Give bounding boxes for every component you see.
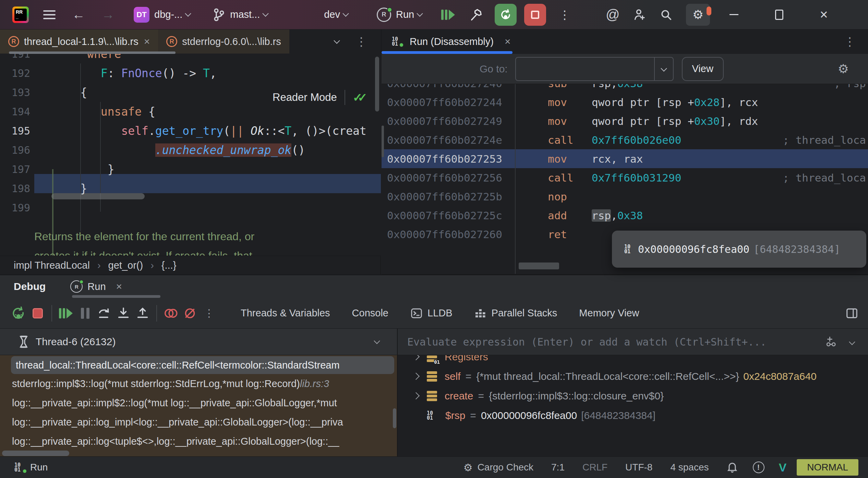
reader-mode-widget[interactable]: Reader Mode ✓✓ — [273, 90, 367, 105]
more-actions-button[interactable]: ⋮ — [555, 8, 574, 22]
tab-threads-variables[interactable]: Threads & Variables — [241, 307, 330, 319]
variable-row-self[interactable]: self = {*mut thread_local::ThreadLocal<c… — [398, 366, 868, 386]
close-button[interactable]: × — [814, 7, 833, 22]
frames-vertical-scrollbar[interactable] — [393, 408, 396, 428]
close-icon[interactable]: × — [505, 36, 511, 47]
view-breakpoints-button[interactable] — [161, 306, 180, 320]
close-icon[interactable]: × — [144, 36, 150, 47]
run-configuration-selector[interactable]: R Run — [377, 8, 422, 22]
gear-icon: ⚙ — [692, 8, 703, 22]
status-run-label[interactable]: Run — [30, 462, 48, 473]
search-everywhere-button[interactable] — [656, 8, 676, 21]
tab-options-icon[interactable]: ⋮ — [355, 35, 367, 48]
project-name: dbg-... — [154, 9, 182, 20]
chevron-right-icon[interactable] — [412, 392, 420, 399]
add-watch-icon[interactable] — [825, 336, 837, 348]
tab-console[interactable]: Console — [352, 307, 388, 319]
step-over-button[interactable] — [95, 306, 114, 320]
error-indicator-icon[interactable]: ! — [753, 462, 764, 473]
resume-button[interactable] — [56, 308, 75, 318]
disasm-row[interactable]: 0x00007ff60b02725b nop — [382, 187, 868, 206]
disasm-left-scrollbar[interactable] — [382, 126, 384, 157]
disassembly-settings-button[interactable]: ⚙ — [838, 62, 849, 76]
stack-frame[interactable]: log::__private_api::log_impl<log::__priv… — [0, 412, 397, 432]
tab-list-chevron-icon[interactable] — [334, 37, 340, 44]
project-widget[interactable]: DT dbg-... — [134, 7, 190, 23]
build-button[interactable] — [467, 8, 486, 22]
gear-icon[interactable]: ⚙ — [463, 462, 473, 474]
frames-horizontal-scrollbar[interactable] — [2, 451, 69, 456]
view-button[interactable]: View — [682, 57, 724, 81]
rerun-debug-button[interactable] — [495, 4, 517, 26]
step-out-button[interactable] — [133, 306, 152, 320]
tab-memory-view[interactable]: Memory View — [579, 307, 639, 319]
notifications-bell-icon[interactable] — [726, 461, 738, 474]
thread-selector[interactable]: Thread-6 (26132) — [0, 329, 397, 355]
breadcrumb-item[interactable]: impl ThreadLocal — [14, 260, 90, 271]
tab-lldb[interactable]: LLDB — [410, 307, 453, 319]
resume-program-button[interactable] — [438, 10, 458, 20]
variable-icon — [427, 370, 438, 383]
vim-mode-badge[interactable]: NORMAL — [797, 459, 858, 476]
main-menu-button[interactable] — [43, 8, 56, 22]
goto-address-combobox[interactable] — [515, 57, 674, 81]
disasm-row-selected[interactable]: 0x00007ff60b027253 movrcx, rax — [382, 149, 868, 168]
profile-selector[interactable]: dev — [319, 9, 348, 20]
restart-icon — [499, 8, 512, 21]
variable-row-rsp[interactable]: 1001 $rsp = 0x00000096fc8fea00 [64848238… — [398, 406, 868, 425]
code-with-me-button[interactable] — [630, 8, 649, 22]
disasm-row[interactable]: 0x00007ff60b02725c addrsp, 0x38 — [382, 206, 868, 225]
tab-stderrlog-lib-rs[interactable]: R stderrlog-0.6.0\...\lib.rs — [158, 30, 289, 54]
stack-frames-list[interactable]: thread_local::ThreadLocal<core::cell::Re… — [0, 355, 397, 456]
search-icon — [660, 8, 673, 21]
vcs-widget[interactable]: mast... — [213, 8, 268, 22]
chevron-right-icon[interactable] — [412, 373, 420, 380]
stack-frame[interactable]: log::__private_api::impl$2::log(*mut log… — [0, 393, 397, 412]
stop-debug-button[interactable] — [28, 308, 47, 318]
ai-assistant-button[interactable]: @ — [603, 7, 622, 22]
disasm-row[interactable]: 0x00007ff60b027244 movqword ptr [rsp + 0… — [382, 93, 868, 112]
stack-frame[interactable]: stderrlog::impl$3::log(*mut stderrlog::S… — [0, 374, 397, 393]
run-toolwindow-icon[interactable]: 1001 — [14, 463, 27, 472]
rerun-button[interactable] — [9, 306, 28, 320]
disasm-row[interactable]: 0x00007ff60b027256 call0x7ff60b031290; t… — [382, 168, 868, 187]
stack-frame-selected[interactable]: thread_local::ThreadLocal<core::cell::Re… — [11, 356, 394, 374]
debug-tab-run[interactable]: R Run × — [70, 275, 122, 298]
tab-title: Run — [87, 281, 106, 292]
status-encoding[interactable]: UTF-8 — [625, 462, 652, 473]
disasm-row[interactable]: 0x00007ff60b027249 movqword ptr [rsp + 0… — [382, 112, 868, 130]
tab-parallel-stacks[interactable]: Parallel Stacks — [474, 307, 557, 319]
maximize-button[interactable] — [770, 10, 789, 20]
variable-row-registers[interactable]: 01 Registers — [398, 355, 868, 366]
ideavim-icon[interactable]: V — [779, 461, 787, 474]
status-line-ending[interactable]: CRLF — [582, 462, 607, 473]
close-icon[interactable]: × — [116, 281, 122, 292]
layout-settings-button[interactable] — [845, 307, 858, 320]
variables-tree[interactable]: 01 Registers self = {*mut thread_local::… — [398, 355, 868, 456]
chevron-right-icon[interactable] — [412, 355, 420, 360]
mute-breakpoints-button[interactable] — [180, 306, 200, 320]
tab-thread-local-lib-rs[interactable]: R thread_local-1.1.9\...\lib.rs × — [0, 30, 158, 54]
disasm-row[interactable]: 0x00007ff60b027240 subrsp, 0x38; rsp — [382, 84, 868, 93]
stop-button[interactable] — [524, 4, 546, 26]
panel-options-icon[interactable]: ⋮ — [844, 35, 856, 48]
step-into-button[interactable] — [114, 306, 133, 320]
status-indent[interactable]: 4 spaces — [670, 462, 709, 473]
breadcrumb-item[interactable]: {...} — [161, 260, 177, 271]
stack-frame[interactable]: log::__private_api::log<tuple$<>,log::__… — [0, 432, 397, 451]
evaluate-expression-bar[interactable]: Evaluate expression (Enter) or add a wat… — [398, 329, 868, 355]
debug-more-button[interactable]: ⋮ — [200, 307, 219, 319]
minimize-button[interactable] — [724, 14, 744, 15]
disasm-horizontal-scrollbar[interactable] — [519, 263, 559, 269]
status-caret-position[interactable]: 7:1 — [551, 462, 565, 473]
chevron-down-icon — [263, 10, 269, 16]
back-button[interactable]: ← — [72, 7, 85, 22]
disasm-row[interactable]: 0x00007ff60b02724e call0x7ff60b026e00; t… — [382, 130, 868, 149]
code-editor[interactable]: 191 where 192 F: FnOnce() -> T, 193 { 19… — [0, 54, 381, 256]
chevron-down-icon[interactable] — [849, 339, 855, 345]
tab-run-disassembly[interactable]: 1001 Run (Disassembly) × — [382, 30, 510, 54]
variable-row-create[interactable]: create = {stderrlog::impl$3::log::closur… — [398, 386, 868, 406]
settings-button[interactable]: ⚙ — [686, 4, 710, 26]
status-cargo-check[interactable]: Cargo Check — [478, 462, 533, 473]
breadcrumb-item[interactable]: get_or() — [108, 260, 143, 271]
